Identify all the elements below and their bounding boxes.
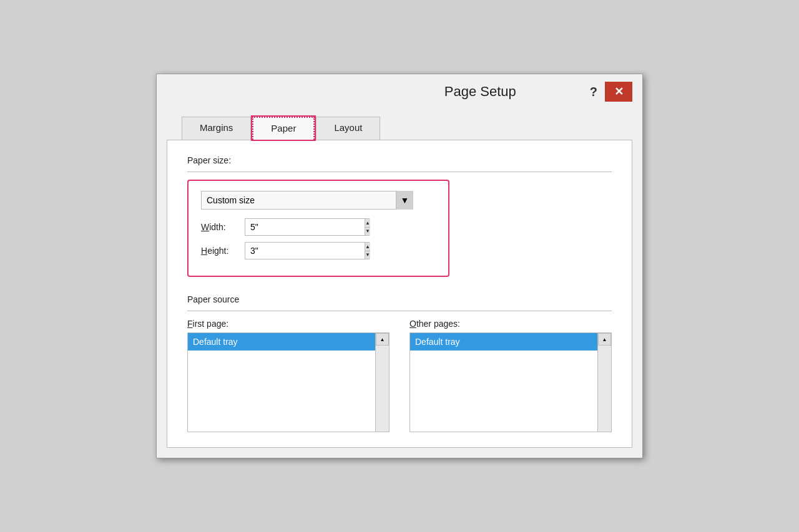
first-page-label: First page: [187,319,390,329]
paper-size-select[interactable]: Custom size Letter Legal A4 A5 [201,191,413,210]
other-pages-label: Other pages: [409,319,612,329]
title-bar: Page Setup ? ✕ [157,74,642,102]
other-pages-scroll-up-button[interactable]: ▲ [598,333,611,346]
first-page-listbox-container: Default tray ▲ [187,332,390,432]
paper-source-section-title: Paper source [187,294,612,304]
height-increment-button[interactable]: ▲ [365,243,370,251]
width-decrement-button[interactable]: ▼ [365,228,370,236]
close-button[interactable]: ✕ [605,82,632,102]
content-area: Paper size: Custom size Letter Legal A4 … [167,140,632,448]
title-bar-right: ? ✕ [585,82,632,102]
tab-paper[interactable]: Paper [252,117,315,140]
other-pages-column: Other pages: Default tray ▲ [409,319,612,432]
paper-size-section: Paper size: Custom size Letter Legal A4 … [187,155,612,289]
height-input[interactable] [245,243,365,259]
paper-size-highlight-box: Custom size Letter Legal A4 A5 ▼ Width: [187,180,449,277]
height-label: Height: [201,246,245,256]
other-pages-listbox-container: Default tray ▲ [409,332,612,432]
paper-size-select-wrapper: Custom size Letter Legal A4 A5 ▼ [201,191,413,210]
tab-margins[interactable]: Margins [182,117,251,140]
paper-source-row: First page: Default tray ▲ [187,319,612,432]
height-row: Height: ▲ ▼ [201,242,436,259]
page-setup-dialog: Page Setup ? ✕ Margins Paper Layout Pape… [156,74,643,458]
width-spinner-buttons: ▲ ▼ [365,219,370,235]
tab-layout[interactable]: Layout [316,117,380,140]
first-page-column: First page: Default tray ▲ [187,319,390,432]
help-button[interactable]: ? [585,84,602,100]
other-pages-scrollbar[interactable]: ▲ [597,333,611,432]
height-decrement-button[interactable]: ▼ [365,251,370,259]
width-label: Width: [201,222,245,232]
width-increment-button[interactable]: ▲ [365,219,370,228]
width-spinner: ▲ ▼ [245,218,370,236]
height-spinner: ▲ ▼ [245,242,370,259]
first-page-scroll-up-button[interactable]: ▲ [376,333,389,346]
other-pages-item-default-tray[interactable]: Default tray [410,333,597,351]
width-input[interactable] [245,219,365,235]
first-page-scrollbar[interactable]: ▲ [375,333,389,432]
tabs-container: Margins Paper Layout [167,107,632,140]
other-pages-listbox[interactable]: Default tray [410,333,597,432]
width-row: Width: ▲ ▼ [201,218,436,236]
height-spinner-buttons: ▲ ▼ [365,243,370,259]
dialog-title: Page Setup [376,84,585,100]
paper-source-section: Paper source First page: Default tray [187,294,612,432]
first-page-listbox[interactable]: Default tray [188,333,375,432]
paper-size-select-row: Custom size Letter Legal A4 A5 ▼ [201,191,436,210]
paper-size-section-title: Paper size: [187,155,612,165]
first-page-item-default-tray[interactable]: Default tray [188,333,375,351]
